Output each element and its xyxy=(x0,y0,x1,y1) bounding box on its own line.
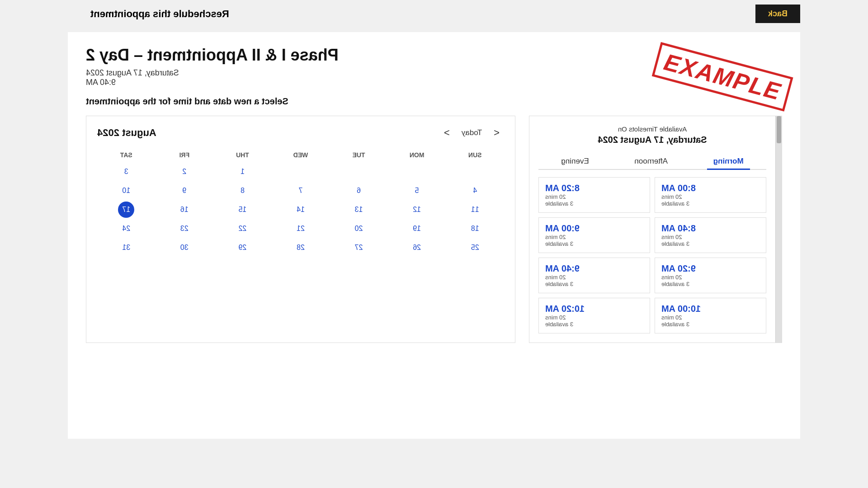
days-of-week-row: SUN MON TUE WED THU FRI SAT xyxy=(97,150,504,160)
cal-day-29[interactable]: 29 xyxy=(213,239,272,256)
slot-card[interactable]: 9:20 AM 20 mins 3 available xyxy=(655,258,766,293)
slot-time: 9:00 AM xyxy=(545,223,580,234)
dow-sun: SUN xyxy=(446,150,504,160)
page-title: Reschedule this appointment xyxy=(90,8,229,20)
cal-day-30[interactable]: 30 xyxy=(156,239,214,256)
cal-day-7[interactable]: 7 xyxy=(272,182,330,199)
slots-grid: 8:00 AM 20 mins 3 available 8:20 AM 20 m… xyxy=(538,177,766,333)
calendar-weeks: 1 2 3 4 5 6 7 8 9 10 xyxy=(97,163,504,256)
slot-card[interactable]: 10:20 AM 20 mins 3 available xyxy=(538,298,650,333)
cal-day-15[interactable]: 15 xyxy=(213,201,272,218)
slot-card[interactable]: 8:40 AM 20 mins 3 available xyxy=(655,217,766,253)
back-button[interactable]: Back xyxy=(755,5,800,23)
slot-duration: 20 mins xyxy=(661,274,682,281)
slot-time: 9:40 AM xyxy=(545,263,580,274)
slot-card[interactable]: 9:00 AM 20 mins 3 available xyxy=(538,217,650,253)
slot-available: 3 available xyxy=(661,321,689,328)
dow-thu: THU xyxy=(213,150,272,160)
timeslot-header-text: Available Timeslots On xyxy=(538,125,766,133)
cal-day-25[interactable]: 25 xyxy=(446,239,504,256)
slot-duration: 20 mins xyxy=(545,274,566,281)
cal-day-19[interactable]: 19 xyxy=(388,220,446,237)
cal-day-26[interactable]: 26 xyxy=(388,239,446,256)
cal-day-20[interactable]: 20 xyxy=(330,220,388,237)
cal-day-8[interactable]: 8 xyxy=(213,182,272,199)
slot-time: 8:40 AM xyxy=(661,223,696,234)
tab-afternoon[interactable]: Afternoon xyxy=(628,154,674,169)
cal-week-5: 25 26 27 28 29 30 31 xyxy=(97,239,504,256)
prev-month-button[interactable]: < xyxy=(489,125,504,141)
cal-day-31[interactable]: 31 xyxy=(97,239,156,256)
dow-mon: MON xyxy=(388,150,446,160)
top-bar: Back Reschedule this appointment xyxy=(0,0,868,28)
cal-day-1[interactable]: 1 xyxy=(213,163,272,180)
content-row: Available Timeslots On Saturday, 17 Augu… xyxy=(86,116,782,343)
slot-available: 3 available xyxy=(545,200,573,207)
cal-day-10[interactable]: 10 xyxy=(97,182,156,199)
cal-day-4[interactable]: 4 xyxy=(446,182,504,199)
cal-day-9[interactable]: 9 xyxy=(156,182,214,199)
timeslot-date: Saturday, 17 August 2024 xyxy=(538,135,766,145)
slot-available: 3 available xyxy=(545,281,573,287)
calendar-month-year: August 2024 xyxy=(97,127,156,139)
cal-day-14[interactable]: 14 xyxy=(272,201,330,218)
cal-week-4: 18 19 20 21 22 23 24 xyxy=(97,220,504,237)
appointment-title: Phase I & II Appointment – Day 2 xyxy=(86,46,782,65)
cal-week-2: 4 5 6 7 8 9 10 xyxy=(97,182,504,199)
slot-duration: 20 mins xyxy=(545,314,566,321)
cal-day-11[interactable]: 11 xyxy=(446,201,504,218)
slot-duration: 20 mins xyxy=(661,234,682,240)
dow-sat: SAT xyxy=(97,150,156,160)
slot-card[interactable]: 8:00 AM 20 mins 3 available xyxy=(655,177,766,213)
cal-day-24[interactable]: 24 xyxy=(97,220,156,237)
cal-day-18[interactable]: 18 xyxy=(446,220,504,237)
slot-time: 8:20 AM xyxy=(545,183,580,193)
slot-available: 3 available xyxy=(545,240,573,247)
cal-day-empty xyxy=(330,163,388,180)
cal-day-12[interactable]: 12 xyxy=(388,201,446,218)
slot-time: 10:00 AM xyxy=(661,304,701,314)
cal-nav-left: < Today > xyxy=(439,125,504,141)
calendar-grid: SUN MON TUE WED THU FRI SAT 1 xyxy=(97,150,504,256)
select-label: Select a new date and time for the appoi… xyxy=(86,96,782,107)
slot-time: 8:00 AM xyxy=(661,183,696,193)
today-button[interactable]: Today xyxy=(462,128,482,137)
cal-day-28[interactable]: 28 xyxy=(272,239,330,256)
cal-week-1: 1 2 3 xyxy=(97,163,504,180)
cal-day-5[interactable]: 5 xyxy=(388,182,446,199)
slot-available: 3 available xyxy=(661,200,689,207)
calendar-panel: < Today > August 2024 SUN MON TUE WED TH… xyxy=(86,116,515,343)
calendar-nav: < Today > August 2024 xyxy=(97,125,504,141)
cal-day-17[interactable]: 17 xyxy=(118,202,134,218)
dow-tue: TUE xyxy=(330,150,388,160)
appointment-date: Saturday, 17 August 2024 xyxy=(86,68,782,78)
slot-available: 3 available xyxy=(545,321,573,328)
slot-card[interactable]: 10:00 AM 20 mins 3 available xyxy=(655,298,766,333)
tab-evening[interactable]: Evening xyxy=(555,154,595,169)
scrollbar-thumb[interactable] xyxy=(777,116,781,143)
cal-day-empty xyxy=(446,163,504,180)
cal-week-3: 11 12 13 14 15 16 17 xyxy=(97,201,504,218)
appointment-time: 9:40 AM xyxy=(86,78,782,87)
cal-day-2[interactable]: 2 xyxy=(156,163,214,180)
cal-day-16[interactable]: 16 xyxy=(156,201,214,218)
slot-card[interactable]: 8:20 AM 20 mins 3 available xyxy=(538,177,650,213)
slot-time: 10:20 AM xyxy=(545,304,585,314)
cal-day-13[interactable]: 13 xyxy=(330,201,388,218)
tabs-row: Morning Afternoon Evening xyxy=(538,154,766,170)
cal-day-6[interactable]: 6 xyxy=(330,182,388,199)
timeslot-panel: Available Timeslots On Saturday, 17 Augu… xyxy=(529,116,782,343)
cal-day-27[interactable]: 27 xyxy=(330,239,388,256)
slot-duration: 20 mins xyxy=(545,234,566,240)
cal-day-21[interactable]: 21 xyxy=(272,220,330,237)
slot-card[interactable]: 9:40 AM 20 mins 3 available xyxy=(538,258,650,293)
cal-day-empty xyxy=(388,163,446,180)
slot-duration: 20 mins xyxy=(661,193,682,200)
next-month-button[interactable]: > xyxy=(439,125,454,141)
tab-morning[interactable]: Morning xyxy=(707,154,750,170)
slot-time: 9:20 AM xyxy=(661,263,696,274)
cal-day-3[interactable]: 3 xyxy=(97,163,156,180)
cal-day-22[interactable]: 22 xyxy=(213,220,272,237)
scrollbar[interactable] xyxy=(775,116,782,343)
cal-day-23[interactable]: 23 xyxy=(156,220,214,237)
